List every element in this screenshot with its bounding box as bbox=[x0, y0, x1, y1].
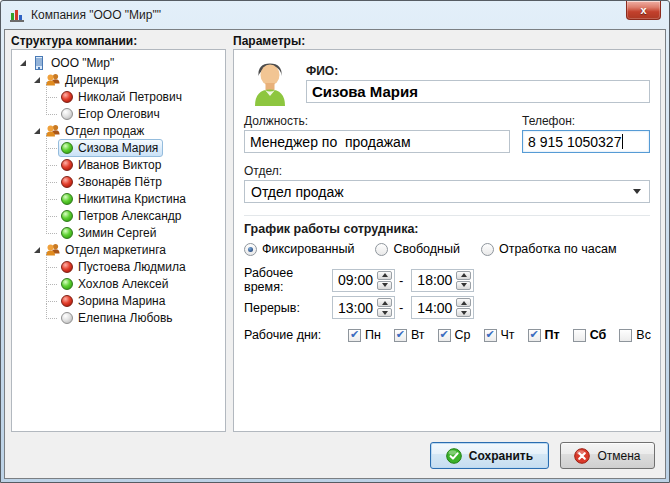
status-icon bbox=[61, 142, 73, 154]
time-value: 09:00 bbox=[338, 272, 377, 288]
fio-input[interactable]: Сизова Мария bbox=[306, 80, 650, 103]
params-panel: ФИО: Сизова Мария Должность: Менеджер по… bbox=[233, 49, 661, 432]
phone-label: Телефон: bbox=[522, 114, 575, 128]
params-panel-header: Параметры: bbox=[233, 34, 305, 48]
phone-input[interactable]: 8 915 1050327 bbox=[522, 130, 650, 153]
break-time-row: Перерыв: 13:00 - 14:00 bbox=[244, 296, 478, 319]
checkbox-icon[interactable] bbox=[394, 329, 407, 342]
tree-item-employee[interactable]: Зимин Сергей bbox=[14, 224, 223, 241]
status-icon bbox=[61, 193, 73, 205]
checkbox-icon[interactable] bbox=[573, 329, 586, 342]
tree-item-label: ООО "Мир" bbox=[51, 56, 114, 70]
radio-label: Отработка по часам bbox=[499, 242, 617, 256]
app-window: Компания "ООО "Мир"" x Структура компани… bbox=[0, 0, 670, 483]
tree-item-company[interactable]: ООО "Мир" bbox=[14, 54, 223, 71]
break-time-label: Перерыв: bbox=[244, 301, 332, 315]
workday-sun[interactable]: Вс bbox=[619, 328, 651, 342]
break-end-spinner[interactable]: 14:00 bbox=[411, 296, 474, 319]
schedule-header: График работы сотрудника: bbox=[244, 222, 419, 236]
close-button[interactable]: x bbox=[626, 1, 661, 20]
status-icon bbox=[61, 227, 73, 239]
tree-item-label: Николай Петрович bbox=[78, 90, 182, 104]
workday-fri[interactable]: Пт bbox=[528, 328, 560, 342]
tree-connector bbox=[46, 99, 57, 115]
status-icon bbox=[61, 278, 73, 290]
expander-icon[interactable] bbox=[20, 60, 26, 66]
tree-item-employee[interactable]: Елепина Любовь bbox=[14, 309, 223, 326]
status-icon bbox=[61, 91, 73, 103]
work-end-spinner[interactable]: 18:00 bbox=[411, 269, 474, 292]
section-divider bbox=[244, 215, 650, 216]
tree-item-employee[interactable]: Егор Олегович bbox=[14, 105, 223, 122]
break-start-spinner[interactable]: 13:00 bbox=[332, 296, 395, 319]
spin-up-button[interactable] bbox=[377, 271, 392, 280]
checkbox-icon[interactable] bbox=[484, 329, 497, 342]
tree-panel-header: Структура компании: bbox=[11, 34, 137, 48]
status-icon bbox=[61, 108, 73, 120]
time-value: 14:00 bbox=[417, 300, 456, 316]
expander-icon[interactable] bbox=[34, 77, 40, 83]
save-button[interactable]: Сохранить bbox=[430, 442, 549, 469]
spin-up-button[interactable] bbox=[456, 271, 471, 280]
range-separator: - bbox=[399, 273, 403, 288]
tree-connector bbox=[46, 184, 57, 200]
spinner-buttons bbox=[377, 271, 392, 290]
work-time-label: Рабочее время: bbox=[244, 266, 332, 294]
status-icon bbox=[61, 210, 73, 222]
tree-item-label: Елепина Любовь bbox=[78, 311, 173, 325]
radio-icon[interactable] bbox=[244, 243, 257, 256]
status-icon bbox=[61, 261, 73, 273]
tree-connector bbox=[46, 252, 57, 268]
workday-tue[interactable]: Вт bbox=[394, 328, 425, 342]
company-tree[interactable]: ООО "Мир" Дирекция Николай Петрович Егор… bbox=[11, 49, 226, 432]
checkbox-icon[interactable] bbox=[528, 329, 541, 342]
tree-item-label: Петров Александр bbox=[78, 209, 182, 223]
spin-up-button[interactable] bbox=[456, 298, 471, 307]
tree-item-label: Никитина Кристина bbox=[78, 192, 186, 206]
radio-hourly[interactable]: Отработка по часам bbox=[481, 242, 617, 256]
radio-label: Свободный bbox=[393, 242, 459, 256]
department-select[interactable]: Отдел продаж bbox=[244, 180, 650, 203]
position-input[interactable]: Менеджер по продажам bbox=[244, 130, 510, 153]
workday-sat[interactable]: Сб bbox=[573, 328, 607, 342]
checkbox-icon[interactable] bbox=[619, 329, 632, 342]
titlebar[interactable]: Компания "ООО "Мир"" x bbox=[1, 1, 669, 29]
time-value: 13:00 bbox=[338, 300, 377, 316]
spin-down-button[interactable] bbox=[456, 281, 471, 290]
spin-up-button[interactable] bbox=[377, 298, 392, 307]
checkbox-icon[interactable] bbox=[348, 329, 361, 342]
cancel-button[interactable]: Отмена bbox=[560, 442, 655, 469]
footer-buttons: Сохранить Отмена bbox=[430, 442, 655, 469]
work-days-label: Рабочие дни: bbox=[244, 328, 348, 342]
workday-label: Ср bbox=[455, 328, 471, 342]
spin-down-button[interactable] bbox=[456, 308, 471, 317]
workday-thu[interactable]: Чт bbox=[484, 328, 515, 342]
radio-icon[interactable] bbox=[375, 243, 388, 256]
tree-connector bbox=[46, 269, 57, 285]
spinner-buttons bbox=[456, 298, 471, 317]
work-start-spinner[interactable]: 09:00 bbox=[332, 269, 395, 292]
tree-connector bbox=[46, 303, 57, 319]
expander-icon[interactable] bbox=[34, 247, 40, 253]
text-caret bbox=[622, 134, 623, 149]
spinner-buttons bbox=[456, 271, 471, 290]
department-value: Отдел продаж bbox=[251, 184, 633, 200]
tree-connector bbox=[46, 150, 57, 166]
tree-item-label: Отдел маркетинга bbox=[65, 243, 166, 257]
workday-mon[interactable]: Пн bbox=[348, 328, 381, 342]
radio-icon[interactable] bbox=[481, 243, 494, 256]
spin-down-button[interactable] bbox=[377, 281, 392, 290]
schedule-mode-group: Фиксированный Свободный Отработка по час… bbox=[244, 242, 617, 256]
spinner-buttons bbox=[377, 298, 392, 317]
radio-free[interactable]: Свободный bbox=[375, 242, 459, 256]
workday-wed[interactable]: Ср bbox=[438, 328, 471, 342]
radio-label: Фиксированный bbox=[262, 242, 354, 256]
status-icon bbox=[61, 312, 73, 324]
checkbox-icon[interactable] bbox=[438, 329, 451, 342]
tree-item-label: Зимин Сергей bbox=[78, 226, 156, 240]
tree-item-label: Хохлов Алексей bbox=[78, 277, 168, 291]
spin-down-button[interactable] bbox=[377, 308, 392, 317]
work-days-row: Рабочие дни: Пн Вт Ср Чт bbox=[244, 328, 664, 342]
radio-fixed[interactable]: Фиксированный bbox=[244, 242, 354, 256]
expander-icon[interactable] bbox=[34, 128, 40, 134]
